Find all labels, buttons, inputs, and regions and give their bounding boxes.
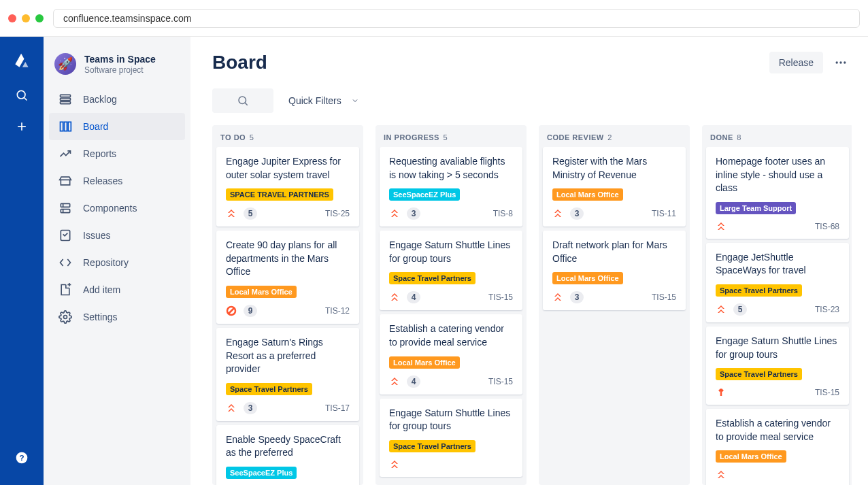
story-points-badge: 4: [407, 375, 420, 388]
project-name: Teams in Space: [84, 54, 156, 65]
column-count: 2: [607, 133, 612, 141]
sidebar-item-issues[interactable]: Issues: [49, 222, 185, 249]
column-header: CODE REVIEW 2: [539, 125, 690, 147]
svg-rect-11: [68, 122, 71, 131]
product-logo-icon[interactable]: [11, 50, 33, 72]
svg-point-22: [844, 61, 846, 63]
board-column: DONE 8Homepage footer uses an inline sty…: [702, 125, 852, 485]
board-card[interactable]: Engage Saturn Shuttle Lines for group to…: [706, 327, 849, 405]
card-epic-tag: Large Team Support: [716, 202, 796, 214]
priority-medium-icon: [716, 387, 727, 398]
board-column: TO DO 5Engage Jupiter Express for outer …: [212, 125, 363, 485]
board-icon: [59, 120, 72, 133]
sidebar-item-add-item[interactable]: Add item: [49, 276, 185, 303]
sidebar-item-label: Backlog: [83, 94, 117, 105]
board-card[interactable]: Engage JetShuttle SpaceWays for travelSp…: [706, 243, 849, 322]
issue-key: TIS-15: [488, 377, 513, 386]
svg-rect-7: [61, 98, 71, 100]
card-epic-tag: SeeSpaceEZ Plus: [389, 188, 460, 201]
column-count: 5: [250, 133, 254, 141]
card-epic-tag: SeeSpaceEZ Plus: [226, 467, 297, 479]
sidebar-item-releases[interactable]: Releases: [49, 167, 185, 195]
sidebar-item-reports[interactable]: Reports: [49, 140, 185, 167]
project-header[interactable]: 🚀 Teams in Space Software project: [49, 50, 185, 86]
board-card[interactable]: Engage Saturn's Rings Resort as a prefer…: [216, 328, 359, 421]
sidebar-item-label: Repository: [83, 257, 129, 268]
sidebar-item-label: Reports: [83, 148, 116, 159]
url-bar[interactable]: confluence.teamsinspace.com: [53, 9, 860, 28]
card-epic-tag: Local Mars Office: [389, 356, 460, 369]
card-title: Engage Jupiter Express for outer solar s…: [226, 155, 350, 182]
priority-highest-icon: [389, 208, 400, 219]
card-title: Draft network plan for Mars Office: [552, 239, 676, 265]
minimize-window-icon[interactable]: [22, 14, 30, 22]
add-item-icon: [59, 283, 72, 297]
repository-icon: [59, 256, 72, 269]
card-epic-tag: Space Travel Partners: [389, 440, 475, 452]
svg-rect-9: [61, 122, 63, 131]
create-icon[interactable]: [14, 118, 30, 135]
board-card[interactable]: Engage Saturn Shuttle Lines for group to…: [380, 231, 522, 310]
svg-rect-12: [61, 203, 69, 207]
sidebar-item-label: Settings: [83, 312, 118, 322]
priority-highest-icon: [716, 304, 727, 315]
svg-rect-10: [64, 122, 67, 131]
svg-point-20: [836, 61, 838, 63]
board-card[interactable]: Establish a catering vendor to provide m…: [706, 409, 849, 485]
board-card[interactable]: Establish a catering vendor to provide m…: [380, 314, 522, 394]
board-card[interactable]: Register with the Mars Ministry of Reven…: [543, 147, 686, 227]
card-epic-tag: Local Mars Office: [226, 286, 297, 298]
svg-line-26: [229, 308, 234, 314]
issue-key: TIS-15: [488, 292, 513, 302]
nav-rail: ?: [0, 37, 44, 485]
close-window-icon[interactable]: [8, 14, 16, 22]
story-points-badge: 5: [244, 207, 257, 220]
board-card[interactable]: Create 90 day plans for all departments …: [216, 231, 359, 324]
release-button[interactable]: Release: [769, 52, 823, 73]
releases-icon: [59, 174, 72, 188]
board-card[interactable]: Enable Speedy SpaceCraft as the preferre…: [216, 425, 359, 485]
help-icon[interactable]: ?: [14, 450, 30, 466]
sidebar-item-settings[interactable]: Settings: [49, 303, 185, 331]
issue-key: TIS-15: [815, 388, 839, 397]
card-title: Engage Saturn's Rings Resort as a prefer…: [226, 336, 350, 376]
svg-rect-6: [61, 95, 71, 97]
board-card[interactable]: Engage Jupiter Express for outer solar s…: [216, 147, 359, 227]
quick-filters-dropdown[interactable]: Quick Filters: [288, 95, 359, 106]
issues-icon: [59, 229, 72, 242]
card-epic-tag: SPACE TRAVEL PARTNERS: [226, 188, 333, 201]
browser-chrome: confluence.teamsinspace.com: [0, 0, 868, 37]
board-card[interactable]: Homepage footer uses an inline style - s…: [706, 147, 849, 239]
board-search-icon[interactable]: [212, 88, 273, 113]
window-controls: [8, 14, 44, 22]
card-title: Requesting avaliable flights is now taki…: [389, 155, 513, 182]
sidebar-item-repository[interactable]: Repository: [49, 249, 185, 276]
maximize-window-icon[interactable]: [35, 14, 44, 22]
issue-key: TIS-17: [325, 403, 350, 413]
priority-highest-icon: [389, 292, 400, 303]
issue-key: TIS-68: [815, 222, 839, 231]
svg-text:?: ?: [19, 453, 24, 462]
board-card[interactable]: Engage Saturn Shuttle Lines for group to…: [380, 399, 522, 477]
components-icon: [59, 201, 72, 215]
priority-blocker-icon: [226, 305, 237, 316]
sidebar-item-components[interactable]: Components: [49, 195, 185, 222]
priority-highest-icon: [389, 376, 400, 387]
priority-highest-icon: [552, 208, 563, 219]
svg-rect-13: [61, 210, 69, 213]
column-header: DONE 8: [702, 125, 852, 147]
board-column: IN PROGRESS 5Requesting avaliable flight…: [375, 125, 527, 485]
board-card[interactable]: Requesting avaliable flights is now taki…: [380, 147, 522, 227]
backlog-icon: [59, 93, 72, 106]
story-points-badge: 5: [733, 303, 747, 316]
sidebar-item-backlog[interactable]: Backlog: [49, 86, 185, 113]
priority-highest-icon: [226, 208, 237, 219]
board-card[interactable]: Draft network plan for Mars OfficeLocal …: [543, 231, 686, 310]
more-actions-icon[interactable]: [830, 52, 852, 73]
search-icon[interactable]: [14, 87, 30, 103]
sidebar: 🚀 Teams in Space Software project Backlo…: [44, 37, 190, 485]
story-points-badge: 3: [570, 207, 584, 220]
sidebar-item-board[interactable]: Board: [49, 113, 185, 140]
story-points-badge: 3: [570, 291, 584, 303]
column-header: IN PROGRESS 5: [375, 125, 527, 147]
